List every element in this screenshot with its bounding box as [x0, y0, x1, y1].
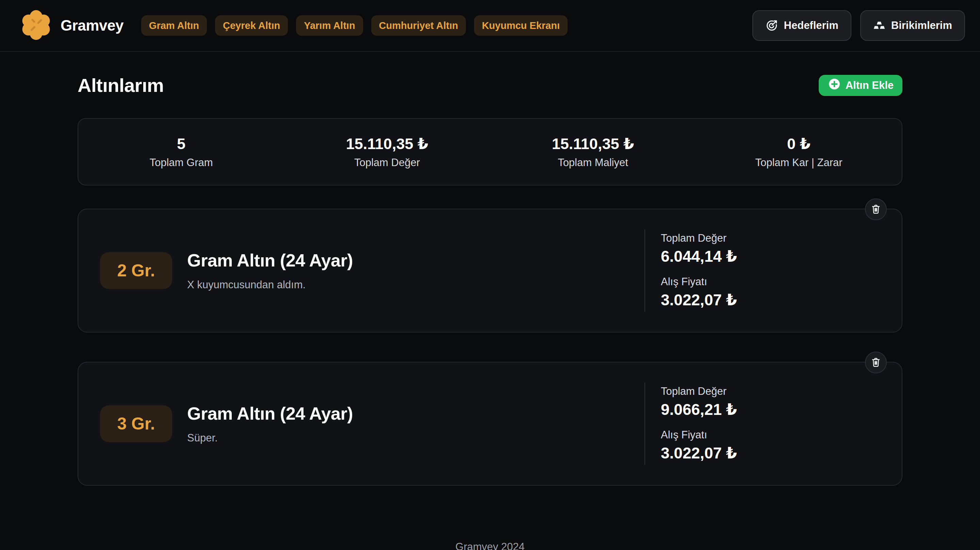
stat-profit-loss: 0 ₺ Toplam Kar | Zarar — [696, 135, 902, 169]
item-title: Gram Altın (24 Ayar) — [187, 403, 353, 424]
nav-item-gram-altin[interactable]: Gram Altın — [141, 15, 207, 36]
delete-item-button[interactable] — [865, 352, 887, 373]
stat-label: Toplam Kar | Zarar — [696, 156, 902, 169]
summary-card: 5 Toplam Gram 15.110,35 ₺ Toplam Değer 1… — [78, 118, 902, 185]
savings-button[interactable]: Birikimlerim — [860, 10, 965, 41]
gold-bars-icon — [873, 19, 885, 32]
stat-value: 5 — [78, 135, 284, 153]
brand-logo[interactable]: Gramvey — [21, 9, 124, 42]
footer-text: Gramvey 2024 — [78, 541, 902, 550]
nav-item-kuyumcu-ekrani[interactable]: Kuyumcu Ekranı — [474, 15, 568, 36]
stat-label: Toplam Gram — [78, 156, 284, 169]
item-values: Toplam Değer 6.044,14 ₺ Alış Fiyatı 3.02… — [644, 230, 880, 312]
main-content: Altınlarım Altın Ekle 5 Toplam Gram 15.1… — [0, 74, 980, 550]
total-value: 9.066,21 ₺ — [661, 400, 880, 419]
add-gold-button[interactable]: Altın Ekle — [819, 75, 902, 96]
total-value-label: Toplam Değer — [661, 385, 880, 397]
gold-item-card: 3 Gr. Gram Altın (24 Ayar) Süper. Toplam… — [78, 362, 902, 486]
stat-total-cost: 15.110,35 ₺ Toplam Maliyet — [490, 135, 696, 169]
item-title: Gram Altın (24 Ayar) — [187, 250, 353, 271]
gram-amount-badge: 3 Gr. — [100, 405, 172, 442]
stat-total-gram: 5 Toplam Gram — [78, 135, 284, 169]
delete-item-button[interactable] — [865, 198, 887, 220]
add-gold-button-label: Altın Ekle — [846, 79, 894, 92]
trash-icon — [870, 357, 881, 368]
stat-value: 15.110,35 ₺ — [490, 135, 696, 153]
trash-icon — [870, 204, 881, 215]
gram-amount-badge: 2 Gr. — [100, 252, 172, 289]
stat-total-value: 15.110,35 ₺ Toplam Değer — [284, 135, 490, 169]
header-actions: Hedeflerim Birikimlerim — [752, 10, 965, 41]
gold-item-card: 2 Gr. Gram Altın (24 Ayar) X kuyumcusund… — [78, 209, 902, 333]
stat-label: Toplam Maliyet — [490, 156, 696, 169]
stat-value: 0 ₺ — [696, 135, 902, 153]
item-note: Süper. — [187, 432, 353, 444]
stat-label: Toplam Değer — [284, 156, 490, 169]
purchase-price: 3.022,07 ₺ — [661, 291, 880, 309]
purchase-price-label: Alış Fiyatı — [661, 429, 880, 441]
savings-button-label: Birikimlerim — [891, 19, 952, 32]
nav-item-yarim-altin[interactable]: Yarım Altın — [296, 15, 363, 36]
total-value-label: Toplam Değer — [661, 232, 880, 244]
goals-button-label: Hedeflerim — [784, 19, 838, 32]
brand-name: Gramvey — [60, 17, 124, 34]
total-value: 6.044,14 ₺ — [661, 247, 880, 265]
item-note: X kuyumcusundan aldım. — [187, 279, 353, 291]
purchase-price-label: Alış Fiyatı — [661, 276, 880, 288]
clover-flower-icon — [21, 9, 52, 42]
gramvey-app: Gramvey Gram Altın Çeyrek Altın Yarım Al… — [0, 0, 980, 550]
item-text: Gram Altın (24 Ayar) X kuyumcusundan ald… — [187, 250, 353, 291]
goals-button[interactable]: Hedeflerim — [752, 10, 851, 41]
stat-value: 15.110,35 ₺ — [284, 135, 490, 153]
title-row: Altınlarım Altın Ekle — [78, 74, 902, 96]
nav-item-ceyrek-altin[interactable]: Çeyrek Altın — [215, 15, 288, 36]
item-values: Toplam Değer 9.066,21 ₺ Alış Fiyatı 3.02… — [644, 383, 880, 465]
main-nav: Gram Altın Çeyrek Altın Yarım Altın Cumh… — [141, 15, 568, 36]
item-text: Gram Altın (24 Ayar) Süper. — [187, 403, 353, 444]
plus-circle-icon — [827, 77, 841, 94]
nav-item-cumhuriyet-altin[interactable]: Cumhuriyet Altın — [371, 15, 466, 36]
purchase-price: 3.022,07 ₺ — [661, 444, 880, 462]
header: Gramvey Gram Altın Çeyrek Altın Yarım Al… — [0, 0, 980, 52]
goal-target-icon — [765, 19, 778, 32]
page-title: Altınlarım — [78, 74, 164, 96]
